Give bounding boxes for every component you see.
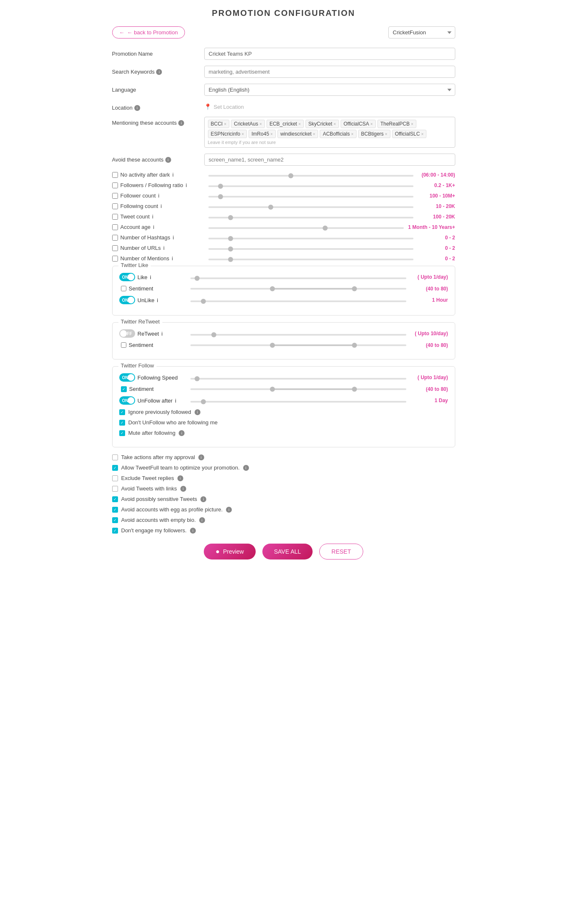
dont-engage-info-icon[interactable]: i: [190, 528, 196, 534]
mentions-checkbox[interactable]: [112, 256, 118, 262]
follower-count-slider[interactable]: [208, 196, 413, 198]
account-age-checkbox[interactable]: [112, 224, 118, 230]
back-button[interactable]: ← ← back to Promotion: [112, 26, 185, 38]
location-info-icon[interactable]: i: [134, 105, 140, 111]
take-actions-info-icon[interactable]: i: [198, 454, 204, 460]
unfollow-slider[interactable]: [190, 401, 406, 403]
mute-after-info-icon[interactable]: i: [179, 430, 185, 436]
exclude-replies-checkbox[interactable]: [112, 475, 118, 481]
followers-ratio-info-icon[interactable]: i: [186, 182, 187, 188]
like-slider[interactable]: [190, 277, 406, 279]
save-all-button[interactable]: SAVE ALL: [262, 544, 313, 560]
like-sentiment-checkbox[interactable]: [121, 286, 126, 291]
location-input-area[interactable]: 📍 Set Location: [204, 102, 455, 110]
location-pin-icon: 📍: [204, 103, 211, 110]
ignore-followed-info-icon[interactable]: i: [195, 409, 200, 415]
urls-info-icon[interactable]: i: [163, 245, 164, 251]
search-keywords-input[interactable]: [204, 66, 455, 78]
tweet-count-checkbox[interactable]: [112, 214, 118, 220]
avoid-links-info-icon[interactable]: i: [180, 486, 186, 492]
avoid-empty-bio-checkbox[interactable]: [112, 517, 118, 523]
tweet-count-slider[interactable]: [208, 217, 413, 218]
retweet-toggle[interactable]: OFF: [119, 329, 135, 338]
following-speed-slider[interactable]: [190, 378, 406, 380]
followers-ratio-slider[interactable]: [208, 185, 413, 187]
tag-windiescricket-remove[interactable]: ×: [313, 132, 316, 136]
followers-ratio-checkbox[interactable]: [112, 182, 118, 188]
avoid-links-checkbox[interactable]: [112, 486, 118, 492]
mentions-slider[interactable]: [208, 259, 413, 260]
exclude-replies-info-icon[interactable]: i: [177, 475, 183, 481]
allow-team-checkbox[interactable]: [112, 465, 118, 471]
like-sentiment-label: Sentiment: [129, 285, 154, 292]
follower-count-checkbox[interactable]: [112, 193, 118, 199]
follower-count-info-icon[interactable]: i: [158, 192, 159, 199]
unlike-slider[interactable]: [190, 300, 406, 302]
hashtags-checkbox[interactable]: [112, 235, 118, 241]
tag-espncricinfo-remove[interactable]: ×: [241, 132, 244, 136]
promotion-name-input[interactable]: [204, 48, 455, 60]
tag-cricketaus-remove[interactable]: ×: [259, 122, 262, 126]
mute-after-checkbox[interactable]: [119, 430, 125, 436]
tag-officialslc-remove[interactable]: ×: [421, 132, 423, 136]
avoid-sensitive-checkbox[interactable]: [112, 496, 118, 502]
take-actions-checkbox[interactable]: [112, 454, 118, 460]
unfollow-toggle[interactable]: ON: [119, 396, 135, 405]
following-count-slider[interactable]: [208, 206, 413, 208]
tag-acofficials-remove[interactable]: ×: [351, 132, 354, 136]
tag-therealpcb-remove[interactable]: ×: [411, 122, 413, 126]
tag-imro45-remove[interactable]: ×: [270, 132, 273, 136]
unlike-info-icon[interactable]: i: [157, 297, 158, 303]
like-info-icon[interactable]: i: [150, 274, 151, 280]
tag-officialcsa-remove[interactable]: ×: [370, 122, 373, 126]
search-keywords-info-icon[interactable]: i: [156, 69, 162, 75]
hashtags-info-icon[interactable]: i: [173, 234, 174, 241]
account-select[interactable]: CricketFusion: [388, 26, 455, 38]
preview-button[interactable]: ● Preview: [204, 544, 255, 560]
avoid-accounts-input[interactable]: [204, 154, 455, 166]
tag-bcci-remove[interactable]: ×: [224, 122, 226, 126]
allow-team-info-icon[interactable]: i: [243, 465, 249, 471]
dont-engage-checkbox[interactable]: [112, 528, 118, 534]
urls-checkbox[interactable]: [112, 245, 118, 251]
dont-unfollow-checkbox[interactable]: [119, 420, 125, 426]
no-activity-checkbox[interactable]: [112, 172, 118, 178]
reset-button[interactable]: RESET: [319, 544, 363, 560]
account-age-info-icon[interactable]: i: [153, 224, 154, 230]
following-speed-toggle[interactable]: ON: [119, 373, 135, 382]
hashtags-slider[interactable]: [208, 238, 413, 239]
following-count-info-icon[interactable]: i: [161, 203, 162, 209]
follow-sentiment-checkbox[interactable]: [121, 386, 127, 392]
tag-ecb-remove[interactable]: ×: [298, 122, 301, 126]
language-select[interactable]: English (English): [204, 84, 455, 96]
avoid-empty-bio-info-icon[interactable]: i: [199, 517, 205, 523]
account-age-slider[interactable]: [208, 227, 404, 229]
retweet-sentiment-value: (40 to 80): [410, 342, 448, 348]
avoid-egg-checkbox[interactable]: [112, 507, 118, 513]
ignore-followed-checkbox[interactable]: [119, 409, 125, 415]
no-activity-info-icon[interactable]: i: [172, 172, 174, 178]
mute-after-row: Mute after following i: [119, 430, 448, 436]
retweet-slider[interactable]: [190, 334, 406, 336]
like-slider-wrap: [186, 274, 410, 280]
unlike-toggle[interactable]: ON: [119, 296, 135, 304]
no-activity-slider[interactable]: [208, 175, 413, 177]
avoid-egg-info-icon[interactable]: i: [226, 507, 232, 513]
retweet-info-icon[interactable]: i: [162, 331, 163, 337]
avoid-accounts-info-icon[interactable]: i: [165, 157, 171, 163]
mentioning-accounts-row: Mentioning these accounts i BCCI × Crick…: [112, 117, 455, 148]
tag-skycricket-remove[interactable]: ×: [334, 122, 336, 126]
mentions-info-icon[interactable]: i: [172, 255, 173, 262]
unfollow-info-icon[interactable]: i: [175, 398, 176, 404]
urls-slider[interactable]: [208, 248, 413, 250]
following-count-checkbox[interactable]: [112, 203, 118, 209]
dont-engage-row: Don't engage my followers. i: [112, 527, 455, 534]
retweet-row: OFF ReTweet i ( Upto 10/day): [119, 329, 448, 338]
like-toggle[interactable]: ON: [119, 273, 135, 281]
retweet-sentiment-checkbox[interactable]: [121, 342, 126, 348]
mentioning-info-icon[interactable]: i: [178, 120, 184, 126]
avoid-sensitive-info-icon[interactable]: i: [200, 496, 206, 502]
tweet-count-info-icon[interactable]: i: [152, 213, 154, 220]
tag-bcbtigers-remove[interactable]: ×: [385, 132, 387, 136]
mentioning-tags-container[interactable]: BCCI × CricketAus × ECB_cricket × SkyCri…: [204, 117, 455, 148]
